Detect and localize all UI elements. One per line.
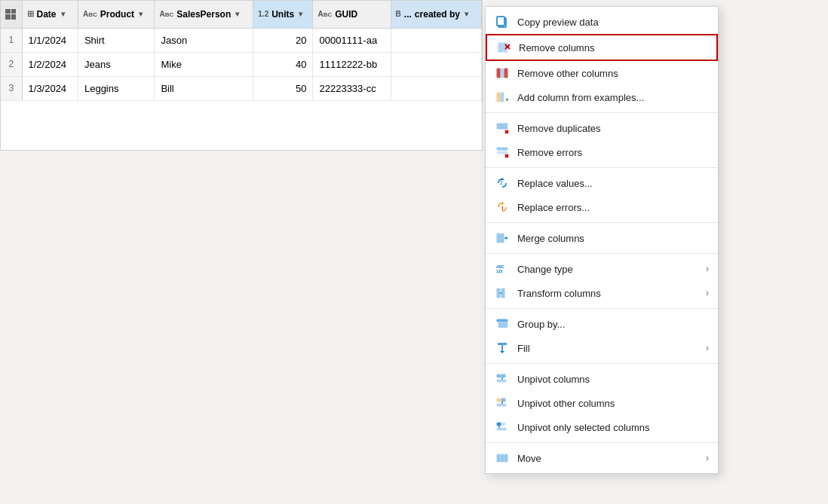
separator-6: [486, 363, 718, 364]
units-type-icon: 1.2: [258, 10, 268, 18]
svg-rect-33: [497, 319, 508, 322]
svg-marker-38: [500, 351, 504, 353]
fill-arrow: ›: [706, 343, 709, 353]
cell-product-3: Leggins: [78, 76, 154, 100]
col-product-label: Product: [100, 9, 134, 20]
svg-rect-53: [504, 454, 508, 462]
svg-rect-36: [498, 343, 507, 345]
svg-rect-41: [497, 380, 506, 382]
move-icon: [495, 451, 510, 466]
svg-rect-7: [501, 69, 504, 78]
svg-text:+: +: [505, 96, 509, 103]
cell-created-3: [391, 76, 481, 100]
table-row: 3 1/3/2024 Leggins Bill 50 22223333-cc: [1, 76, 482, 100]
menu-item-group-by[interactable]: Group by...: [486, 312, 718, 336]
svg-rect-51: [497, 454, 500, 462]
menu-item-remove-columns[interactable]: Remove columns: [486, 34, 718, 61]
svg-rect-16: [497, 148, 508, 150]
menu-item-remove-duplicates[interactable]: Remove duplicates: [486, 116, 718, 140]
svg-rect-30: [497, 289, 500, 298]
cell-guid-1: 00001111-aa: [313, 28, 391, 52]
svg-rect-24: [497, 234, 500, 243]
transform-col-arrow: ›: [706, 288, 709, 298]
cell-guid-3: 22223333-cc: [313, 76, 391, 100]
separator-4: [486, 253, 718, 254]
menu-item-unpivot-only-selected[interactable]: Unpivot only selected columns: [486, 415, 718, 439]
remove-col-icon: [496, 40, 511, 55]
col-created-dropdown[interactable]: ▾: [465, 10, 468, 18]
menu-item-replace-values[interactable]: 2 Replace values...: [486, 171, 718, 195]
col-units-dropdown[interactable]: ▾: [299, 10, 302, 18]
cell-salesperson-1: Jason: [155, 28, 253, 52]
row-num-1: 1: [1, 28, 22, 52]
menu-item-change-type[interactable]: ABC 123 Change type ›: [486, 257, 718, 281]
guid-type-icon: ABC: [317, 10, 332, 18]
created-by-type-icon: B: [396, 10, 401, 18]
svg-rect-44: [501, 399, 505, 402]
move-label: Move: [517, 453, 698, 464]
fill-icon: [495, 341, 510, 356]
col-salesperson-dropdown[interactable]: ▾: [235, 10, 239, 18]
svg-marker-27: [506, 237, 508, 240]
transform-col-icon: [495, 286, 510, 301]
copy-icon: [495, 14, 510, 29]
move-arrow: ›: [706, 453, 709, 463]
col-header-guid[interactable]: ABC GUID: [313, 1, 391, 28]
svg-rect-45: [497, 404, 506, 406]
cell-created-2: [391, 52, 481, 76]
col-created-label: created by: [415, 9, 460, 20]
menu-item-move[interactable]: Move ›: [486, 446, 718, 470]
menu-item-fill[interactable]: Fill ›: [486, 336, 718, 360]
col-date-label: Date: [37, 9, 57, 20]
menu-item-unpivot-other-columns[interactable]: Unpivot other columns: [486, 391, 718, 415]
svg-rect-17: [497, 151, 508, 154]
product-type-icon: ABC: [83, 10, 97, 18]
merge-col-icon: [495, 231, 510, 246]
col-header-product[interactable]: ABC Product ▾: [78, 1, 154, 28]
cell-salesperson-2: Mike: [155, 52, 253, 76]
svg-rect-40: [501, 374, 505, 377]
menu-item-copy-preview-data[interactable]: Copy preview data: [486, 10, 718, 34]
unpivot-columns-label: Unpivot columns: [517, 374, 709, 385]
svg-rect-9: [497, 93, 500, 102]
date-type-icon: ⊞: [27, 9, 34, 19]
menu-item-replace-errors[interactable]: ! Replace errors...: [486, 195, 718, 219]
svg-rect-10: [501, 93, 504, 102]
cell-product-2: Jeans: [78, 52, 154, 76]
menu-item-unpivot-columns[interactable]: Unpivot columns: [486, 367, 718, 391]
col-header-created-by[interactable]: B ... created by ▾: [391, 1, 481, 28]
row-num-3: 3: [1, 76, 22, 100]
menu-item-remove-other-columns[interactable]: Remove other columns: [486, 61, 718, 85]
change-type-label: Change type: [517, 264, 698, 275]
salesperson-type-icon: ABC: [159, 10, 173, 18]
col-header-salesperson[interactable]: ABC SalesPerson ▾: [155, 1, 253, 28]
svg-rect-52: [501, 454, 504, 462]
menu-item-merge-columns[interactable]: Merge columns: [486, 226, 718, 250]
menu-item-transform-columns[interactable]: Transform columns ›: [486, 281, 718, 305]
col-product-dropdown[interactable]: ▾: [139, 10, 143, 18]
svg-rect-13: [497, 127, 508, 129]
table-row: 2 1/2/2024 Jeans Mike 40 11112222-bb: [1, 52, 482, 76]
svg-rect-47: [497, 423, 501, 426]
separator-3: [486, 222, 718, 223]
cell-date-2: 1/2/2024: [22, 52, 78, 76]
transform-columns-label: Transform columns: [517, 288, 698, 299]
col-header-date[interactable]: ⊞ Date ▾: [22, 1, 78, 28]
replace-err-icon: !: [495, 200, 510, 215]
unpivot-other-icon: [495, 396, 510, 411]
svg-rect-6: [497, 69, 500, 78]
menu-item-remove-errors[interactable]: Remove errors: [486, 140, 718, 164]
col-units-label: Units: [271, 9, 294, 20]
svg-text:!: !: [501, 205, 504, 212]
copy-preview-data-label: Copy preview data: [517, 17, 709, 28]
cell-date-3: 1/3/2024: [22, 76, 78, 100]
group-by-icon: [495, 316, 510, 331]
add-column-from-examples-label: Add column from examples...: [517, 92, 709, 103]
col-date-dropdown[interactable]: ▾: [61, 10, 65, 18]
svg-rect-34: [498, 323, 508, 325]
col-header-units[interactable]: 1.2 Units ▾: [253, 1, 313, 28]
cell-guid-2: 11112222-bb: [313, 52, 391, 76]
menu-item-add-column-from-examples[interactable]: + Add column from examples...: [486, 85, 718, 109]
col-guid-label: GUID: [335, 9, 357, 20]
unpivot-selected-icon: [495, 420, 510, 435]
